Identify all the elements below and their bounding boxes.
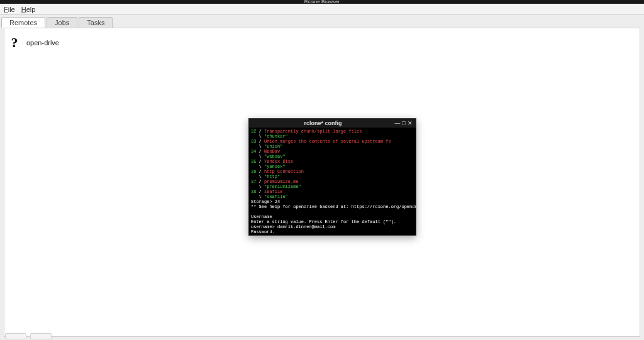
- remote-label: open-drive: [26, 39, 59, 47]
- menu-file[interactable]: File: [4, 6, 15, 13]
- tab-strip: Remotes Jobs Tasks: [0, 15, 644, 28]
- terminal-body[interactable]: 32 / Transparently chunk/split large fil…: [249, 128, 416, 235]
- footer-toolbar: [5, 333, 52, 339]
- tab-remotes[interactable]: Remotes: [1, 17, 45, 28]
- menu-bar: File Help: [0, 4, 644, 15]
- maximize-icon[interactable]: □: [401, 120, 407, 126]
- terminal-title: rclone* config: [252, 120, 394, 126]
- terminal-window: rclone* config — □ ✕ 32 / Transparently …: [248, 118, 416, 236]
- menu-help[interactable]: Help: [21, 6, 36, 13]
- close-icon[interactable]: ✕: [407, 120, 413, 126]
- footer-button-2[interactable]: [30, 333, 52, 339]
- remote-item-open-drive[interactable]: ? open-drive: [8, 35, 59, 51]
- minimize-icon[interactable]: —: [394, 120, 401, 126]
- tab-jobs[interactable]: Jobs: [47, 17, 77, 28]
- footer-button-1[interactable]: [5, 333, 26, 339]
- tab-tasks[interactable]: Tasks: [79, 17, 113, 28]
- question-icon: ?: [8, 35, 21, 51]
- terminal-titlebar[interactable]: rclone* config — □ ✕: [249, 119, 416, 128]
